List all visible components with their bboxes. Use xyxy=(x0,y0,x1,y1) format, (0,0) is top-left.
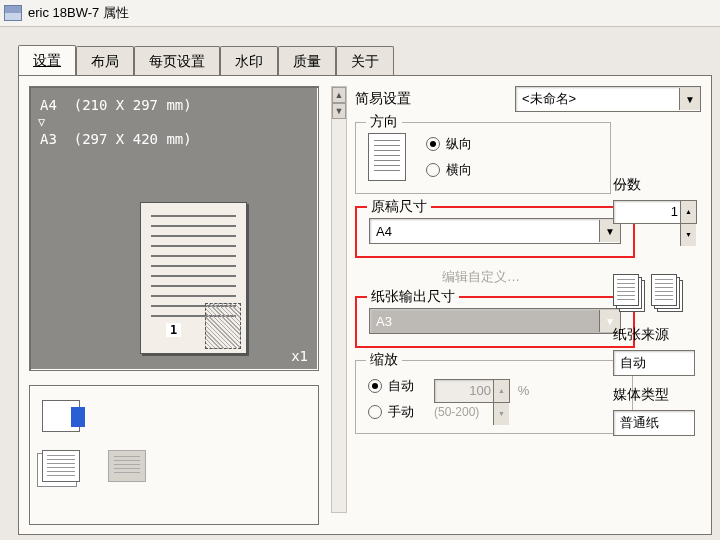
preview-a4-size: A4 xyxy=(40,97,57,113)
copies-value: 1 xyxy=(671,204,678,219)
output-size-fieldset: 纸张输出尺寸 A3 ▼ xyxy=(355,296,635,348)
tab-quality[interactable]: 质量 xyxy=(278,46,336,76)
preview-copies-mark: x1 xyxy=(291,348,308,364)
preview-line-a3: A3 (297 X 420 mm) xyxy=(40,131,308,147)
app-icon xyxy=(4,5,22,21)
zoom-value: 100 xyxy=(469,383,491,398)
side-column: 份数 1 ▲▼ 纸张来源 自动 媒体类型 普通纸 xyxy=(613,166,703,436)
preview-a3-dim: (297 X 420 mm) xyxy=(74,131,192,147)
output-size-select[interactable]: A3 ▼ xyxy=(369,308,621,334)
preview-a3-size: A3 xyxy=(40,131,57,147)
chevron-down-icon[interactable]: ▼ xyxy=(679,88,700,110)
media-type-label: 媒体类型 xyxy=(613,386,703,404)
multi-page-icon[interactable] xyxy=(42,450,80,482)
easy-settings-label: 简易设置 xyxy=(355,90,515,108)
zoom-unit: % xyxy=(518,383,530,398)
tab-layout[interactable]: 布局 xyxy=(76,46,134,76)
zoom-auto-radio[interactable]: 自动 xyxy=(368,377,414,395)
tab-about[interactable]: 关于 xyxy=(336,46,394,76)
titlebar: eric 18BW-7 属性 xyxy=(0,0,720,27)
window-title: eric 18BW-7 属性 xyxy=(28,4,129,22)
easy-settings-select[interactable]: <未命名> ▼ xyxy=(515,86,701,112)
copies-input[interactable]: 1 ▲▼ xyxy=(613,200,697,224)
stack-icon xyxy=(651,274,683,312)
media-type-select[interactable]: 普通纸 xyxy=(613,410,695,436)
radio-dot-icon xyxy=(368,405,382,419)
vertical-scrollbar[interactable]: ▲ ▼ xyxy=(331,86,347,513)
zoom-legend: 缩放 xyxy=(366,351,402,369)
original-size-select[interactable]: A4 ▼ xyxy=(369,218,621,244)
copies-spinner[interactable]: ▲▼ xyxy=(680,201,696,223)
radio-landscape-label: 横向 xyxy=(446,161,472,179)
easy-settings-row: 简易设置 <未命名> ▼ xyxy=(355,86,701,112)
zoom-fieldset: 缩放 自动 手动 100 ▲▼ xyxy=(355,360,633,434)
tab-page-setup[interactable]: 每页设置 xyxy=(134,46,220,76)
media-type-value: 普通纸 xyxy=(614,414,694,432)
zoom-spinner[interactable]: ▲▼ xyxy=(493,380,509,402)
original-size-legend: 原稿尺寸 xyxy=(367,198,431,216)
portrait-page-icon xyxy=(368,133,406,181)
radio-dot-icon xyxy=(426,137,440,151)
copies-label: 份数 xyxy=(613,176,703,194)
original-size-value: A4 xyxy=(370,224,599,239)
preview-page-number: 1 xyxy=(166,323,181,337)
tab-bar: 设置 布局 每页设置 水印 质量 关于 xyxy=(18,45,720,75)
zoom-value-input[interactable]: 100 ▲▼ xyxy=(434,379,510,403)
preview-line-a4: A4 (210 X 297 mm) xyxy=(40,97,308,113)
zoom-auto-label: 自动 xyxy=(388,377,414,395)
stack-icon xyxy=(613,274,645,312)
preview-area: A4 (210 X 297 mm) ▽ A3 (297 X 420 mm) 1 … xyxy=(29,86,319,371)
preview-toolbar xyxy=(29,385,319,525)
radio-portrait[interactable]: 纵向 xyxy=(426,135,472,153)
orientation-legend: 方向 xyxy=(366,113,402,131)
zoom-manual-label: 手动 xyxy=(388,403,414,421)
zoom-range: (50-200) xyxy=(434,405,529,419)
tab-panel: A4 (210 X 297 mm) ▽ A3 (297 X 420 mm) 1 … xyxy=(18,75,712,535)
output-size-value: A3 xyxy=(370,314,599,329)
edit-custom-link: 编辑自定义… xyxy=(355,268,607,286)
page-border-icon[interactable] xyxy=(108,450,146,482)
radio-portrait-label: 纵向 xyxy=(446,135,472,153)
paper-source-label: 纸张来源 xyxy=(613,326,703,344)
radio-dot-icon xyxy=(426,163,440,177)
paper-source-value: 自动 xyxy=(614,354,694,372)
paper-source-select[interactable]: 自动 xyxy=(613,350,695,376)
preview-marker-icon: ▽ xyxy=(38,115,308,129)
radio-landscape[interactable]: 横向 xyxy=(426,161,472,179)
scrollbar-up-icon[interactable]: ▲ xyxy=(332,87,346,103)
orientation-fieldset: 方向 纵向 横向 xyxy=(355,122,611,194)
preview-corner-icon xyxy=(205,303,241,349)
zoom-manual-radio[interactable]: 手动 xyxy=(368,403,414,421)
tab-settings[interactable]: 设置 xyxy=(18,45,76,76)
radio-dot-icon xyxy=(368,379,382,393)
easy-settings-value: <未命名> xyxy=(516,90,679,108)
scrollbar-down-icon[interactable]: ▼ xyxy=(332,103,346,119)
preview-a4-dim: (210 X 297 mm) xyxy=(74,97,192,113)
original-size-fieldset: 原稿尺寸 A4 ▼ xyxy=(355,206,635,258)
zoom-value-box: 100 ▲▼ % (50-200) xyxy=(434,379,529,419)
tab-watermark[interactable]: 水印 xyxy=(220,46,278,76)
output-size-legend: 纸张输出尺寸 xyxy=(367,288,459,306)
collate-icons xyxy=(613,274,703,312)
booklet-icon[interactable] xyxy=(42,400,80,432)
left-column: A4 (210 X 297 mm) ▽ A3 (297 X 420 mm) 1 … xyxy=(29,86,329,524)
